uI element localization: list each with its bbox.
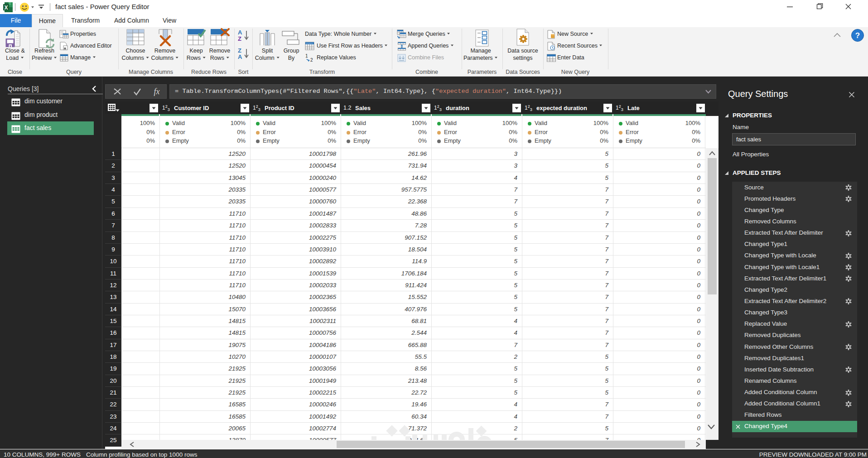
svg-text:?: ? (855, 31, 860, 40)
svg-text:X: X (4, 5, 8, 11)
svg-text:2: 2 (310, 58, 313, 63)
svg-text:Z: Z (238, 35, 241, 42)
svg-text:1: 1 (305, 53, 308, 58)
svg-text:fx: fx (154, 87, 160, 96)
svg-text:A: A (238, 29, 242, 36)
svg-text:Z: Z (238, 47, 241, 54)
svg-text:A: A (238, 53, 242, 60)
